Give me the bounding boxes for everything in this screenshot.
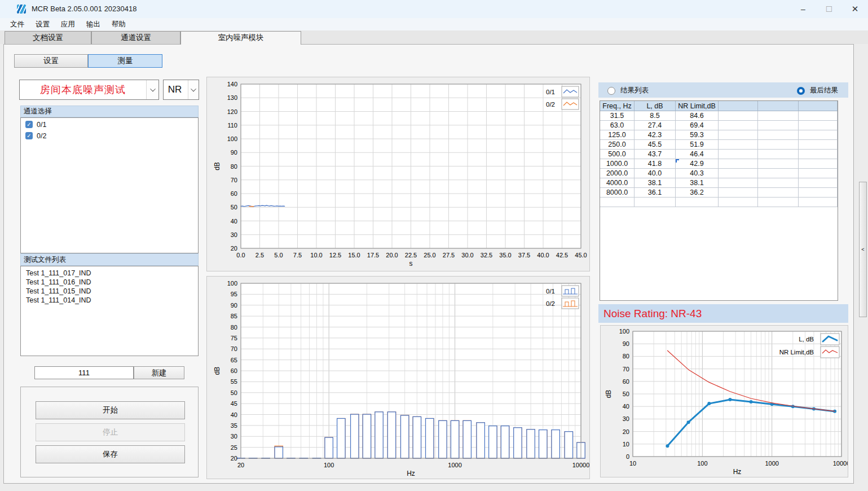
close-button[interactable]: ✕: [842, 0, 868, 18]
table-cell[interactable]: [758, 150, 799, 159]
channel-item-0/2[interactable]: ✓0/2: [25, 131, 198, 141]
menu-item-4[interactable]: 帮助: [106, 18, 131, 30]
tab-measure[interactable]: 测量: [88, 54, 162, 68]
table-cell[interactable]: 84.6: [676, 111, 719, 121]
test-file-list[interactable]: Test 1_111_017_INDTest 1_111_016_INDTest…: [20, 266, 199, 356]
table-cell[interactable]: 45.5: [635, 140, 676, 150]
table-cell[interactable]: [799, 198, 838, 207]
table-cell[interactable]: [719, 169, 758, 178]
table-header-cell[interactable]: [758, 101, 799, 111]
table-header-cell[interactable]: NR Limit,dB: [676, 101, 719, 111]
table-cell[interactable]: [719, 188, 758, 198]
menu-item-2[interactable]: 应用: [55, 18, 81, 30]
save-button[interactable]: 保存: [36, 445, 185, 463]
table-cell[interactable]: 63.0: [600, 121, 635, 130]
table-cell[interactable]: [758, 140, 799, 150]
table-cell[interactable]: [758, 159, 799, 169]
table-cell[interactable]: 250.0: [600, 140, 635, 150]
table-cell[interactable]: [758, 130, 799, 140]
table-cell[interactable]: [758, 198, 799, 207]
file-item-0[interactable]: Test 1_111_017_IND: [21, 269, 198, 278]
channel-item-0/1[interactable]: ✓0/1: [25, 120, 198, 129]
tab-0[interactable]: 文档设置: [5, 31, 91, 44]
table-cell[interactable]: [758, 178, 799, 188]
table-cell[interactable]: 42.9: [676, 159, 719, 169]
table-cell[interactable]: [799, 121, 838, 130]
table-cell[interactable]: 27.4: [635, 121, 676, 130]
checkbox-icon[interactable]: ✓: [25, 121, 33, 128]
table-cell[interactable]: 41.8: [635, 159, 676, 169]
table-cell[interactable]: 125.0: [600, 130, 635, 140]
table-cell[interactable]: 43.7: [635, 150, 676, 159]
table-cell[interactable]: [719, 121, 758, 130]
table-cell[interactable]: [799, 111, 838, 121]
table-cell[interactable]: 31.5: [600, 111, 635, 121]
table-header-cell[interactable]: [719, 101, 758, 111]
rating-combo[interactable]: NR: [163, 80, 199, 100]
table-cell[interactable]: 38.1: [676, 178, 719, 188]
results-list-radio[interactable]: [607, 87, 615, 95]
table-cell[interactable]: [758, 188, 799, 198]
table-cell[interactable]: [719, 111, 758, 121]
table-cell[interactable]: [758, 169, 799, 178]
table-cell[interactable]: 36.1: [635, 188, 676, 198]
table-cell[interactable]: [719, 150, 758, 159]
table-cell[interactable]: [799, 150, 838, 159]
table-cell[interactable]: [719, 198, 758, 207]
table-cell[interactable]: [600, 198, 635, 207]
table-header-cell[interactable]: Freq., Hz: [600, 101, 635, 111]
new-button[interactable]: 新建: [134, 366, 184, 379]
file-item-3[interactable]: Test 1_111_014_IND: [21, 296, 198, 305]
table-header-cell[interactable]: [799, 101, 838, 111]
results-table[interactable]: Freq., HzL, dBNR Limit,dB31.58.584.663.0…: [600, 100, 838, 301]
table-cell[interactable]: [758, 111, 799, 121]
table-cell[interactable]: 8000.0: [600, 188, 635, 198]
table-cell[interactable]: 59.3: [676, 130, 719, 140]
table-cell[interactable]: [676, 198, 719, 207]
table-cell[interactable]: [635, 198, 676, 207]
tab-2[interactable]: 室内噪声模块: [180, 31, 301, 45]
menu-item-0[interactable]: 文件: [5, 18, 30, 30]
last-result-radio[interactable]: [797, 87, 805, 95]
table-cell[interactable]: 40.0: [635, 169, 676, 178]
table-cell[interactable]: 8.5: [635, 111, 676, 121]
channel-list[interactable]: ✓0/1✓0/2: [20, 117, 199, 253]
menu-item-3[interactable]: 输出: [81, 18, 106, 30]
table-cell[interactable]: 46.4: [676, 150, 719, 159]
table-cell[interactable]: 36.2: [676, 188, 719, 198]
test-type-combo[interactable]: 房间本底噪声测试: [19, 80, 159, 100]
file-name-input[interactable]: [34, 366, 134, 379]
table-cell[interactable]: [719, 140, 758, 150]
table-cell[interactable]: [799, 140, 838, 150]
file-item-2[interactable]: Test 1_111_015_IND: [21, 287, 198, 296]
table-cell[interactable]: 38.1: [635, 178, 676, 188]
table-cell[interactable]: [719, 159, 758, 169]
table-cell[interactable]: 2000.0: [600, 169, 635, 178]
table-cell[interactable]: [799, 159, 838, 169]
table-cell[interactable]: 40.3: [676, 169, 719, 178]
menu-item-1[interactable]: 设置: [30, 18, 55, 30]
test-type-dropdown-button[interactable]: [146, 80, 158, 99]
maximize-button[interactable]: ☐: [816, 0, 842, 18]
table-cell[interactable]: 1000.0: [600, 159, 635, 169]
panel-splitter[interactable]: <: [859, 182, 867, 317]
rating-dropdown-button[interactable]: [188, 80, 199, 99]
table-cell[interactable]: 51.9: [676, 140, 719, 150]
table-cell[interactable]: 69.4: [676, 121, 719, 130]
table-cell[interactable]: 42.3: [635, 130, 676, 140]
table-cell[interactable]: [719, 130, 758, 140]
table-cell[interactable]: [758, 121, 799, 130]
table-cell[interactable]: 500.0: [600, 150, 635, 159]
table-cell[interactable]: [799, 130, 838, 140]
table-cell[interactable]: [719, 178, 758, 188]
table-header-cell[interactable]: L, dB: [635, 101, 676, 111]
start-button[interactable]: 开始: [36, 401, 185, 419]
checkbox-icon[interactable]: ✓: [25, 132, 33, 139]
table-cell[interactable]: [799, 178, 838, 188]
minimize-button[interactable]: –: [790, 0, 816, 18]
tab-settings[interactable]: 设置: [14, 54, 88, 68]
file-item-1[interactable]: Test 1_111_016_IND: [21, 278, 198, 287]
tab-1[interactable]: 通道设置: [91, 31, 180, 44]
table-cell[interactable]: 4000.0: [600, 178, 635, 188]
table-cell[interactable]: [799, 188, 838, 198]
